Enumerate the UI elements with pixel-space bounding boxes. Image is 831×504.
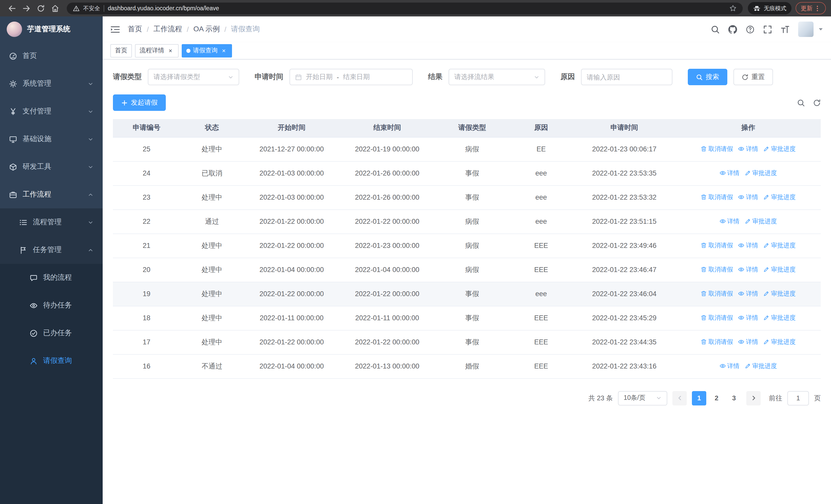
browser-back-button[interactable] [5,2,19,15]
tab-process-detail[interactable]: 流程详情× [135,44,179,57]
action-detail-link[interactable]: 详情 [719,217,739,226]
app-logo[interactable]: 芋道管理系统 [0,17,103,42]
action-cancel-link[interactable]: 取消请假 [700,265,733,274]
action-detail-link[interactable]: 详情 [738,193,758,202]
tab-home[interactable]: 首页 [110,44,132,57]
action-detail-link[interactable]: 详情 [738,145,758,153]
search-toggle-icon[interactable] [797,99,805,107]
address-bar[interactable]: 不安全 dashboard.yudao.iocoder.cn/bpm/oa/le… [67,2,743,14]
leave-type-placeholder: 请选择请假类型 [153,72,200,82]
browser-home-button[interactable] [48,2,62,15]
refresh-icon[interactable] [813,99,821,107]
sidebar-item-home[interactable]: 首页 [0,42,103,70]
breadcrumb-item[interactable]: OA 示例 [194,25,220,34]
end-date-placeholder[interactable]: 结束日期 [343,72,370,82]
chat-icon [30,274,37,281]
action-label: 审批进度 [771,265,796,274]
action-progress-link[interactable]: 审批进度 [745,169,777,178]
leave-type-select[interactable]: 请选择请假类型 [148,69,239,85]
cell-end-time: 2022-01-04 00:00:00 [340,258,435,282]
table-row: 19处理中2022-01-22 00:00:002022-01-22 00:00… [113,282,821,306]
eye-icon [738,194,744,200]
logo-avatar [7,22,22,37]
sidebar-item-devtools[interactable]: 研发工具 [0,153,103,181]
user-menu-caret-icon[interactable] [818,27,823,32]
close-icon[interactable]: × [167,47,174,54]
app-title: 芋道管理系统 [27,25,70,34]
help-icon[interactable] [746,25,754,34]
browser-update-button[interactable]: 更新 [796,2,826,14]
user-avatar[interactable] [798,22,813,37]
action-progress-link[interactable]: 审批进度 [763,314,796,322]
cell-status: 处理中 [180,185,244,209]
action-detail-link[interactable]: 详情 [719,169,739,178]
action-progress-link[interactable]: 审批进度 [763,193,796,202]
sidebar-item-system[interactable]: 系统管理 [0,70,103,97]
result-select[interactable]: 请选择流结果 [449,69,545,85]
sidebar-item-payment[interactable]: 支付管理 [0,97,103,125]
edit-icon [763,194,769,200]
browser-forward-button[interactable] [20,2,33,15]
breadcrumb-item[interactable]: 首页 [128,25,142,34]
search-button[interactable]: 搜索 [688,69,727,85]
filter-apply-time: 申请时间 开始日期 - 结束日期 [255,69,413,85]
sidebar-item-infrastructure[interactable]: 基础设施 [0,125,103,153]
action-cancel-link[interactable]: 取消请假 [700,145,733,153]
action-cancel-link[interactable]: 取消请假 [700,241,733,250]
cell-actions: 详情审批进度 [676,209,821,234]
security-label[interactable]: 不安全 [83,4,100,12]
eye-icon [738,146,744,152]
bookmark-star-icon[interactable] [729,5,737,12]
sidebar-item-task-management[interactable]: 任务管理 [0,236,103,264]
sidebar-item-process-management[interactable]: 流程管理 [0,208,103,236]
action-cancel-link[interactable]: 取消请假 [700,290,733,298]
action-cancel-link[interactable]: 取消请假 [700,193,733,202]
action-cancel-link[interactable]: 取消请假 [700,338,733,347]
action-detail-link[interactable]: 详情 [738,314,758,322]
action-progress-link[interactable]: 审批进度 [745,217,777,226]
action-progress-link[interactable]: 审批进度 [745,362,777,370]
next-page-button[interactable] [746,391,761,405]
search-icon[interactable] [711,25,720,34]
action-detail-link[interactable]: 详情 [738,265,758,274]
sidebar-item-my-process[interactable]: 我的流程 [0,264,103,292]
table-header-row: 申请编号状态开始时间结束时间请假类型原因申请时间操作 [113,119,821,137]
github-icon[interactable] [728,25,737,34]
goto-page-input[interactable] [787,391,809,405]
action-cancel-link[interactable]: 取消请假 [700,314,733,322]
reason-input[interactable] [587,73,667,81]
sidebar-collapse-icon[interactable] [110,25,120,34]
browser-reload-button[interactable] [34,2,47,15]
page-size-select[interactable]: 10条/页 [618,391,667,405]
action-progress-link[interactable]: 审批进度 [763,145,796,153]
reset-button[interactable]: 重置 [734,69,773,85]
sidebar-item-todo-tasks[interactable]: 待办任务 [0,292,103,319]
sidebar-item-done-tasks[interactable]: 已办任务 [0,319,103,347]
table-row: 24已取消2022-01-03 00:00:002022-01-26 00:00… [113,161,821,185]
action-detail-link[interactable]: 详情 [738,338,758,347]
action-progress-link[interactable]: 审批进度 [763,265,796,274]
start-date-placeholder[interactable]: 开始日期 [306,72,333,82]
action-detail-link[interactable]: 详情 [738,241,758,250]
sidebar-item-leave-query[interactable]: 请假查询 [0,347,103,375]
tab-leave-query[interactable]: 请假查询× [182,44,232,57]
page-1-button[interactable]: 1 [692,391,706,405]
action-detail-link[interactable]: 详情 [719,362,739,370]
sidebar-item-workflow[interactable]: 工作流程 [0,181,103,208]
prev-page-button[interactable] [672,391,687,405]
font-size-icon[interactable] [781,25,790,34]
close-icon[interactable]: × [220,47,227,54]
cell-start-time: 2022-01-22 00:00:00 [244,282,339,306]
page-2-button[interactable]: 2 [709,391,724,405]
action-progress-link[interactable]: 审批进度 [763,241,796,250]
goto-label: 前往 [769,393,782,403]
breadcrumb-item[interactable]: 工作流程 [153,25,182,34]
action-progress-link[interactable]: 审批进度 [763,290,796,298]
page-3-button[interactable]: 3 [727,391,741,405]
create-leave-button[interactable]: 发起请假 [113,94,166,111]
apply-time-range-picker[interactable]: 开始日期 - 结束日期 [289,69,413,85]
chevron-down-icon [88,109,93,114]
action-detail-link[interactable]: 详情 [738,290,758,298]
action-progress-link[interactable]: 审批进度 [763,338,796,347]
fullscreen-icon[interactable] [763,25,772,34]
